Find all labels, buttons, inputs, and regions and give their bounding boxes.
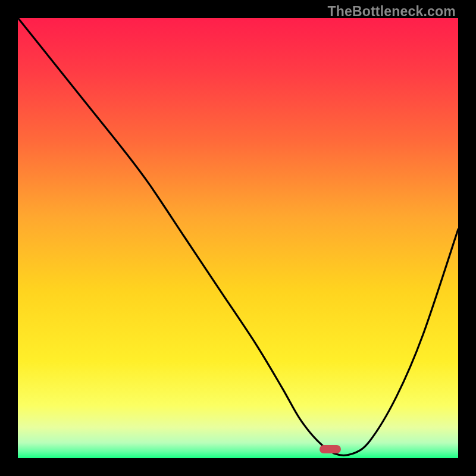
chart-frame: [18, 18, 458, 458]
watermark-text: TheBottleneck.com: [327, 4, 456, 20]
gradient-background: [18, 18, 458, 458]
optimal-point-marker: [320, 445, 341, 453]
bottleneck-chart: [18, 18, 458, 458]
